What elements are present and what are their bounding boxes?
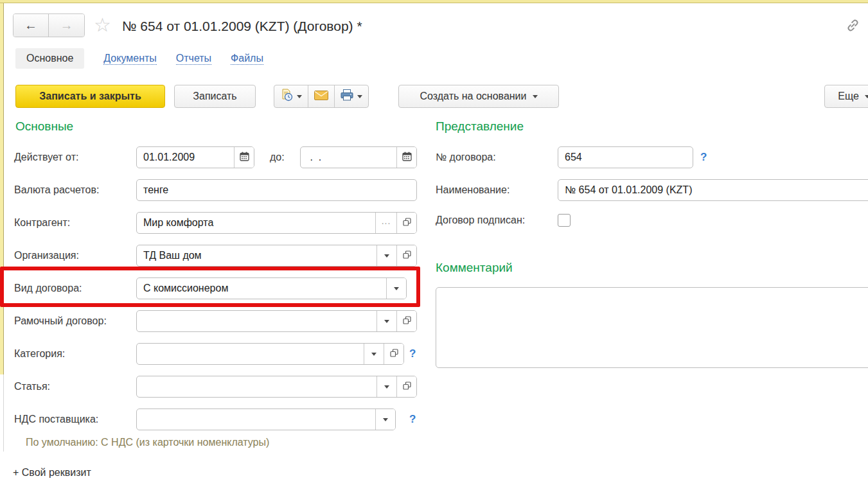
page-title: № 654 от 01.01.2009 (KZT) (Договор) * xyxy=(122,19,362,34)
print-button[interactable] xyxy=(334,85,368,107)
row-contract-number: № договора: ? xyxy=(0,146,868,168)
name-label: Наименование: xyxy=(436,179,509,201)
open-in-window-icon xyxy=(403,250,411,261)
framework-contract-label: Рамочный договор: xyxy=(14,310,107,332)
help-icon[interactable]: ? xyxy=(409,408,416,430)
printer-icon xyxy=(341,89,353,103)
add-custom-attribute-link[interactable]: + Свой реквизит xyxy=(13,467,91,479)
tab-documents[interactable]: Документы xyxy=(103,53,156,64)
organization-field xyxy=(136,245,417,267)
article-label: Статья: xyxy=(14,376,50,398)
open-item-button[interactable] xyxy=(384,344,403,364)
section-title-presentation: Представление xyxy=(436,119,524,134)
dropdown-caret-icon xyxy=(297,95,302,98)
forward-button[interactable]: → xyxy=(49,14,84,37)
open-item-button[interactable] xyxy=(396,376,416,397)
open-in-window-icon xyxy=(390,348,398,360)
organization-input[interactable] xyxy=(137,245,376,266)
dropdown-caret-icon xyxy=(384,320,389,323)
dropdown-caret-icon xyxy=(384,254,389,258)
help-icon[interactable]: ? xyxy=(700,146,707,168)
comment-textarea[interactable] xyxy=(436,287,868,368)
contract-kind-label: Вид договора: xyxy=(14,277,82,299)
nav-history-buttons: ← → xyxy=(13,13,85,37)
row-organization: Организация: xyxy=(0,245,868,267)
send-email-button[interactable] xyxy=(308,85,334,107)
dropdown-button[interactable] xyxy=(376,376,396,397)
back-button[interactable]: ← xyxy=(13,14,49,37)
change-history-button[interactable] xyxy=(274,85,308,107)
contract-kind-input[interactable] xyxy=(137,278,386,299)
dropdown-button[interactable] xyxy=(364,344,384,364)
category-input[interactable] xyxy=(137,344,364,364)
get-link-icon[interactable] xyxy=(846,18,860,35)
dropdown-caret-icon xyxy=(865,95,868,98)
toolbar-icon-group xyxy=(274,85,369,108)
contract-number-label: № договора: xyxy=(436,146,496,168)
dropdown-button[interactable] xyxy=(376,245,396,266)
open-in-window-icon xyxy=(403,381,411,392)
dropdown-caret-icon xyxy=(371,353,376,356)
window-top-border xyxy=(0,0,868,3)
row-signed: Договор подписан: xyxy=(0,211,868,230)
dropdown-caret-icon xyxy=(533,95,538,98)
section-title-comment: Комментарий xyxy=(436,261,513,275)
help-icon[interactable]: ? xyxy=(409,343,416,365)
contract-kind-field xyxy=(136,277,407,299)
dropdown-button[interactable] xyxy=(375,409,395,430)
category-field xyxy=(136,343,404,365)
dropdown-button[interactable] xyxy=(376,311,396,331)
supplier-vat-field xyxy=(136,408,396,430)
open-item-button[interactable] xyxy=(396,311,416,331)
arrow-right-icon: → xyxy=(60,18,73,33)
vat-default-hint: По умолчанию: С НДС (из карточки номенкл… xyxy=(26,437,269,448)
favorite-star-icon[interactable]: ☆ xyxy=(94,14,111,36)
save-and-close-button[interactable]: Записать и закрыть xyxy=(15,85,165,108)
envelope-icon xyxy=(314,91,328,103)
arrow-left-icon: ← xyxy=(24,18,37,33)
row-article: Статья: xyxy=(0,376,868,398)
tab-files[interactable]: Файлы xyxy=(231,53,263,64)
dropdown-caret-icon xyxy=(383,418,388,421)
category-label: Категория: xyxy=(14,343,65,365)
create-based-on-button[interactable]: Создать на основании xyxy=(398,85,559,108)
dropdown-caret-icon xyxy=(357,95,362,98)
signed-checkbox[interactable] xyxy=(558,214,571,227)
contract-number-input[interactable] xyxy=(558,147,693,168)
tab-main[interactable]: Основное xyxy=(15,48,84,69)
section-title-main: Основные xyxy=(15,119,73,134)
supplier-vat-label: НДС поставщика: xyxy=(14,408,98,430)
tab-bar: Основное Документы Отчеты Файлы xyxy=(15,48,263,69)
row-name: Наименование: xyxy=(0,179,868,201)
open-item-button[interactable] xyxy=(396,245,416,266)
framework-contract-input[interactable] xyxy=(137,311,376,331)
save-button[interactable]: Записать xyxy=(174,85,256,108)
name-field xyxy=(558,179,868,201)
framework-contract-field xyxy=(136,310,417,332)
tab-reports[interactable]: Отчеты xyxy=(176,53,211,64)
article-field xyxy=(136,376,417,398)
signed-label: Договор подписан: xyxy=(436,211,525,230)
organization-label: Организация: xyxy=(14,245,79,267)
open-in-window-icon xyxy=(403,315,411,327)
dropdown-caret-icon xyxy=(394,287,399,290)
document-clock-icon xyxy=(280,89,293,104)
row-supplier-vat: НДС поставщика: ? xyxy=(0,408,868,430)
dropdown-caret-icon xyxy=(384,385,389,389)
contract-number-field xyxy=(558,146,693,168)
dropdown-button[interactable] xyxy=(386,278,406,299)
article-input[interactable] xyxy=(137,376,376,397)
name-input[interactable] xyxy=(558,180,868,200)
supplier-vat-input[interactable] xyxy=(137,409,375,430)
more-button[interactable]: Еще xyxy=(824,85,868,108)
